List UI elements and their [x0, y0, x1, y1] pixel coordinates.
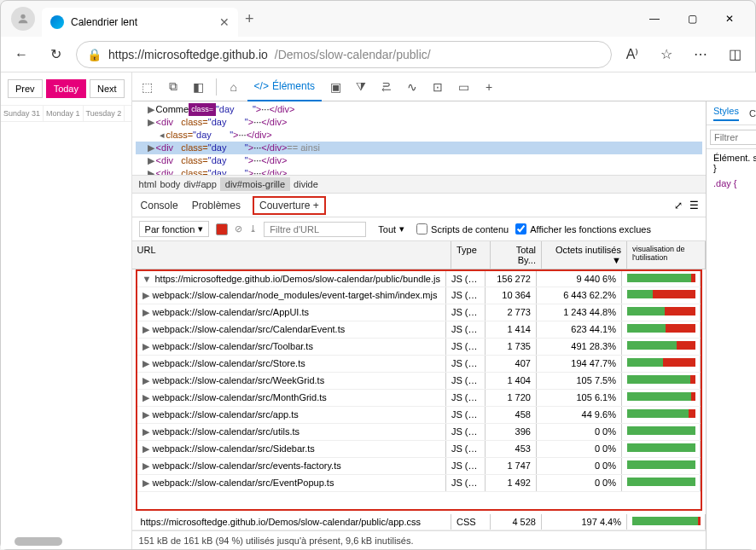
css-selector: .day {: [713, 178, 737, 188]
all-dropdown[interactable]: Tout ▾: [373, 222, 410, 236]
record-button[interactable]: [216, 223, 228, 235]
calendar-toolbar: Prev Today Next: [1, 72, 131, 105]
styles-body[interactable]: Élément. style { } app.css:114 .day {: [707, 149, 756, 192]
url-input[interactable]: 🔒 https://microsoftedge.github.io/Demos/…: [76, 41, 612, 68]
breadcrumb-item[interactable]: divide: [294, 179, 318, 189]
titlebar: Calendrier lent ✕ + — ▢ ✕: [1, 1, 755, 37]
breadcrumb-item[interactable]: html: [139, 179, 157, 189]
styles-tab-styles[interactable]: Styles: [713, 106, 739, 121]
favorite-button[interactable]: ☆: [653, 41, 680, 68]
elements-tree[interactable]: ▶Comme class= "day ">···</div>▶<div clas…: [132, 101, 706, 175]
content-area: Prev Today Next Sunday 31Monday 1Tuesday…: [1, 72, 755, 549]
element-style: Élément. style {: [713, 153, 756, 163]
minimize-button[interactable]: —: [643, 7, 666, 31]
coverage-row[interactable]: ▶webpack://slow-calendar/src/EventPopup.…: [137, 475, 701, 492]
application-icon[interactable]: ▭: [451, 75, 475, 99]
coverage-row[interactable]: ▶webpack://slow-calendar/src/utils.tsJS …: [137, 424, 701, 441]
horizontal-scrollbar[interactable]: [15, 537, 62, 546]
performance-icon[interactable]: ∿: [400, 75, 424, 99]
coverage-row[interactable]: ▶webpack://slow-calendar/src/AppUI.tsJS …: [137, 304, 701, 321]
coverage-row[interactable]: https://microsoftedge.github.io/Demos/sl…: [132, 514, 706, 530]
coverage-row[interactable]: ▶webpack://slow-calendar/src/MonthGrid.t…: [137, 390, 701, 407]
profile-icon[interactable]: [11, 7, 35, 31]
close-button[interactable]: ✕: [718, 7, 741, 31]
show-excluded-checkbox[interactable]: Afficher les fonctions exclues: [515, 223, 651, 234]
drawer-console-tab[interactable]: Console: [139, 196, 180, 215]
inspect-icon[interactable]: ⬚: [136, 75, 160, 99]
window-controls: — ▢ ✕: [632, 7, 752, 31]
elements-tab[interactable]: </>Éléments: [247, 72, 322, 101]
weekday-tab[interactable]: Sunday 31: [1, 106, 44, 121]
breadcrumb-item[interactable]: div#app: [183, 179, 217, 189]
coverage-row[interactable]: ▶webpack://slow-calendar/node_modules/ev…: [137, 287, 701, 304]
address-bar: ← ↻ 🔒 https://microsoftedge.github.io/De…: [1, 37, 755, 72]
next-button[interactable]: Next: [90, 79, 125, 98]
coverage-table-header: URL Type Total By... Octets inutilisés ▼…: [132, 241, 706, 269]
browser-tab[interactable]: Calendrier lent ✕: [42, 8, 238, 37]
col-type[interactable]: Type: [451, 241, 491, 269]
drawer-coverage-tab[interactable]: Couverture +: [253, 196, 326, 215]
close-tab-icon[interactable]: ✕: [219, 15, 230, 29]
back-button[interactable]: ←: [8, 41, 35, 68]
weekday-tab[interactable]: Tuesday 2: [84, 106, 125, 121]
network-icon[interactable]: ⥻: [375, 75, 398, 99]
styles-panel: Styles Calculé Mise en page hob, classe …: [706, 101, 756, 549]
edge-favicon: [50, 15, 64, 29]
coverage-toolbar: Par fonction ▾ ⊘ ⤓ Tout ▾ Scripts de con…: [132, 217, 706, 241]
url-domain: https://microsoftedge.github.io: [108, 48, 268, 61]
styles-tab-computed[interactable]: Calculé: [749, 108, 756, 119]
devtools-main: ▶Comme class= "day ">···</div>▶<div clas…: [132, 101, 706, 549]
new-tab-button[interactable]: +: [245, 10, 254, 28]
per-function-dropdown[interactable]: Par fonction ▾: [139, 221, 210, 237]
col-url[interactable]: URL: [132, 241, 451, 269]
coverage-row[interactable]: ▶webpack://slow-calendar/src/CalendarEve…: [137, 321, 701, 339]
devtools: ⬚ ⧉ ◧ ⌂ </>Éléments ▣ ⧩ ⥻ ∿ ⊡ ▭ + ⋯ ? ✕: [132, 72, 756, 549]
drawer-tabs: Console Problèmes Couverture + ⤢ ☰: [132, 194, 706, 217]
today-button[interactable]: Today: [46, 79, 86, 98]
devtools-tabs: ⬚ ⧉ ◧ ⌂ </>Éléments ▣ ⧩ ⥻ ∿ ⊡ ▭ + ⋯ ? ✕: [132, 72, 756, 101]
export-button[interactable]: ⤓: [249, 223, 257, 234]
styles-tabs: Styles Calculé Mise en page: [707, 101, 756, 125]
svg-point-0: [20, 14, 25, 19]
more-tabs-icon[interactable]: +: [477, 75, 501, 99]
elements-breadcrumb: htmlbodydiv#appdiv#mois-grilledivide: [132, 175, 706, 194]
weekday-tab[interactable]: Monday 1: [44, 106, 84, 121]
coverage-row[interactable]: ▶webpack://slow-calendar/src/Sidebar.tsJ…: [137, 441, 701, 458]
welcome-icon[interactable]: ⌂: [222, 75, 246, 99]
prev-button[interactable]: Prev: [8, 79, 43, 98]
clear-button[interactable]: ⊘: [235, 223, 242, 234]
styles-filter: hob, classe + ⧉ ■: [707, 125, 756, 149]
memory-icon[interactable]: ⊡: [426, 75, 450, 99]
col-total[interactable]: Total By...: [491, 241, 542, 269]
browser-window: Calendrier lent ✕ + — ▢ ✕ ← ↻ 🔒 https://…: [0, 0, 756, 550]
col-unused[interactable]: Octets inutilisés ▼: [542, 241, 627, 269]
drawer-problems-tab[interactable]: Problèmes: [190, 196, 242, 215]
coverage-status: 151 kB de 161 kB (94 %) utilisés jusqu'à…: [132, 530, 706, 549]
coverage-row[interactable]: ▶webpack://slow-calendar/src/app.tsJS (p…: [137, 407, 701, 424]
coverage-row[interactable]: ▶webpack://slow-calendar/src/WeekGrid.ts…: [137, 373, 701, 390]
read-aloud-button[interactable]: A⁾: [619, 41, 646, 68]
styles-filter-input[interactable]: [710, 130, 756, 145]
refresh-button[interactable]: ↻: [42, 41, 69, 68]
drawer-expand-icon[interactable]: ⤢: [674, 200, 683, 211]
coverage-row[interactable]: ▶webpack://slow-calendar/src/Toolbar.tsJ…: [137, 339, 701, 356]
lock-icon: 🔒: [87, 48, 102, 61]
coverage-row[interactable]: ▶webpack://slow-calendar/src/events-fact…: [137, 458, 701, 475]
console-icon[interactable]: ▣: [323, 75, 347, 99]
coverage-row[interactable]: ▶webpack://slow-calendar/src/Store.tsJS …: [137, 356, 701, 373]
content-scripts-checkbox[interactable]: Scripts de contenu: [416, 223, 509, 234]
breadcrumb-item[interactable]: body: [160, 179, 180, 189]
breadcrumb-item[interactable]: div#mois-grille: [220, 177, 290, 191]
url-filter-input[interactable]: [264, 222, 366, 237]
col-viz[interactable]: visualisation de l'utilisation: [627, 241, 706, 269]
tab-title: Calendrier lent: [71, 16, 137, 28]
drawer-dock-icon[interactable]: ☰: [689, 200, 699, 211]
split-button[interactable]: ◫: [721, 41, 748, 68]
menu-button[interactable]: ⋯: [687, 41, 714, 68]
url-path: /Demos/slow-calendar/public/: [275, 48, 431, 61]
sources-icon[interactable]: ⧩: [349, 75, 373, 99]
device-toggle-icon[interactable]: ⧉: [161, 75, 185, 99]
maximize-button[interactable]: ▢: [680, 7, 704, 31]
dock-icon[interactable]: ◧: [187, 75, 211, 99]
coverage-row[interactable]: ▼https://microsoftedge.github.io/Demos/s…: [137, 271, 701, 287]
